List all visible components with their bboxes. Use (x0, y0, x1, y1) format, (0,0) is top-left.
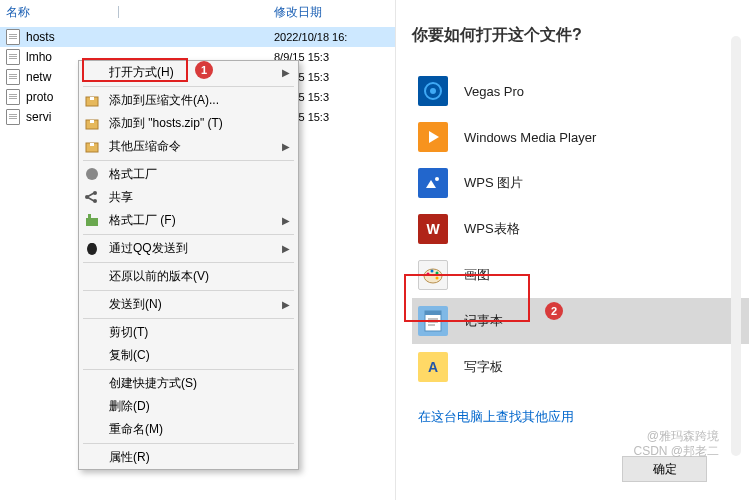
watermark-line: CSDN @邦老二 (633, 444, 719, 460)
menu-label: 添加到压缩文件(A)... (109, 92, 219, 109)
app-label: 写字板 (464, 358, 503, 376)
cm-other-archive[interactable]: 其他压缩命令 ▶ (79, 135, 298, 158)
annotation-badge-1: 1 (195, 61, 213, 79)
chevron-right-icon: ▶ (282, 243, 290, 254)
more-apps-link[interactable]: 在这台电脑上查找其他应用 (412, 408, 749, 426)
svg-point-22 (436, 277, 439, 280)
chevron-right-icon: ▶ (282, 67, 290, 78)
app-wps-picture[interactable]: WPS 图片 (412, 160, 749, 206)
annotation-badge-2: 2 (545, 302, 563, 320)
cm-cut[interactable]: 剪切(T) (79, 321, 298, 344)
file-name: proto (26, 90, 86, 104)
wps-picture-icon (418, 168, 448, 198)
file-name: servi (26, 110, 86, 124)
svg-point-21 (436, 272, 439, 275)
svg-point-13 (88, 243, 96, 251)
cm-rename[interactable]: 重命名(M) (79, 418, 298, 441)
file-date: 2022/10/18 16: (274, 31, 347, 43)
menu-label: 创建快捷方式(S) (109, 375, 197, 392)
watermark: @雅玛森跨境 CSDN @邦老二 (633, 429, 719, 460)
file-name: netw (26, 70, 86, 84)
wmp-icon (418, 122, 448, 152)
file-row-hosts[interactable]: hosts 2022/10/18 16: (0, 27, 395, 47)
menu-separator (83, 86, 294, 87)
menu-separator (83, 262, 294, 263)
factory-icon (84, 166, 100, 182)
file-icon (6, 109, 20, 125)
app-list: Vegas Pro Windows Media Player WPS 图片 W … (412, 68, 749, 390)
paint-icon (418, 260, 448, 290)
cm-delete[interactable]: 删除(D) (79, 395, 298, 418)
svg-rect-1 (90, 97, 94, 100)
app-wordpad[interactable]: A 写字板 (412, 344, 749, 390)
app-label: 记事本 (464, 312, 503, 330)
cm-send-to[interactable]: 发送到(N) ▶ (79, 293, 298, 316)
menu-label: 通过QQ发送到 (109, 240, 188, 257)
cm-open-with[interactable]: 打开方式(H) ▶ (79, 61, 298, 84)
file-name: lmho (26, 50, 86, 64)
archive-icon (84, 92, 100, 108)
wps-sheet-icon: W (418, 214, 448, 244)
chevron-right-icon: ▶ (282, 215, 290, 226)
menu-separator (83, 234, 294, 235)
context-menu: 打开方式(H) ▶ 添加到压缩文件(A)... 添加到 "hosts.zip" … (78, 60, 299, 470)
header-separator (118, 6, 119, 18)
share-icon (84, 189, 100, 205)
svg-point-20 (431, 270, 434, 273)
svg-point-15 (430, 88, 436, 94)
cm-shortcut[interactable]: 创建快捷方式(S) (79, 372, 298, 395)
menu-label: 剪切(T) (109, 324, 148, 341)
cm-properties[interactable]: 属性(R) (79, 446, 298, 469)
cm-add-archive[interactable]: 添加到压缩文件(A)... (79, 89, 298, 112)
scrollbar[interactable] (731, 36, 741, 456)
app-label: WPS 图片 (464, 174, 523, 192)
app-notepad[interactable]: 记事本 (412, 298, 749, 344)
menu-label: 打开方式(H) (109, 64, 174, 81)
cm-add-hosts-zip[interactable]: 添加到 "hosts.zip" (T) (79, 112, 298, 135)
cm-share[interactable]: 共享 (79, 186, 298, 209)
menu-label: 添加到 "hosts.zip" (T) (109, 115, 223, 132)
menu-separator (83, 160, 294, 161)
menu-separator (83, 443, 294, 444)
cm-format-factory-f[interactable]: 格式工厂 (F) ▶ (79, 209, 298, 232)
archive-icon (84, 138, 100, 154)
app-paint[interactable]: 画图 (412, 252, 749, 298)
svg-point-19 (427, 273, 430, 276)
cm-copy[interactable]: 复制(C) (79, 344, 298, 367)
file-icon (6, 69, 20, 85)
menu-label: 重命名(M) (109, 421, 163, 438)
app-vegas[interactable]: Vegas Pro (412, 68, 749, 114)
svg-rect-3 (90, 120, 94, 123)
app-wps-sheet[interactable]: W WPS表格 (412, 206, 749, 252)
file-name: hosts (26, 30, 86, 44)
vegas-icon (418, 76, 448, 106)
svg-point-9 (85, 195, 89, 199)
chevron-right-icon: ▶ (282, 299, 290, 310)
menu-separator (83, 369, 294, 370)
menu-label: 发送到(N) (109, 296, 162, 313)
svg-point-8 (93, 199, 97, 203)
svg-point-17 (435, 177, 439, 181)
app-label: Vegas Pro (464, 84, 524, 99)
cm-format-factory[interactable]: 格式工厂 (79, 163, 298, 186)
file-icon (6, 89, 20, 105)
wordpad-icon: A (418, 352, 448, 382)
menu-label: 复制(C) (109, 347, 150, 364)
col-date[interactable]: 修改日期 (118, 4, 322, 21)
explorer-header: 名称 修改日期 (0, 0, 395, 27)
menu-label: 共享 (109, 189, 133, 206)
cm-send-qq[interactable]: 通过QQ发送到 ▶ (79, 237, 298, 260)
svg-marker-16 (429, 131, 439, 143)
notepad-icon (418, 306, 448, 336)
menu-separator (83, 318, 294, 319)
svg-point-6 (86, 168, 98, 180)
file-icon (6, 29, 20, 45)
qq-icon (84, 240, 100, 256)
app-wmp[interactable]: Windows Media Player (412, 114, 749, 160)
menu-label: 属性(R) (109, 449, 150, 466)
svg-rect-10 (86, 218, 98, 226)
cm-restore-versions[interactable]: 还原以前的版本(V) (79, 265, 298, 288)
col-name[interactable]: 名称 (0, 4, 118, 21)
open-with-title: 你要如何打开这个文件? (412, 25, 749, 46)
svg-rect-24 (425, 311, 441, 315)
